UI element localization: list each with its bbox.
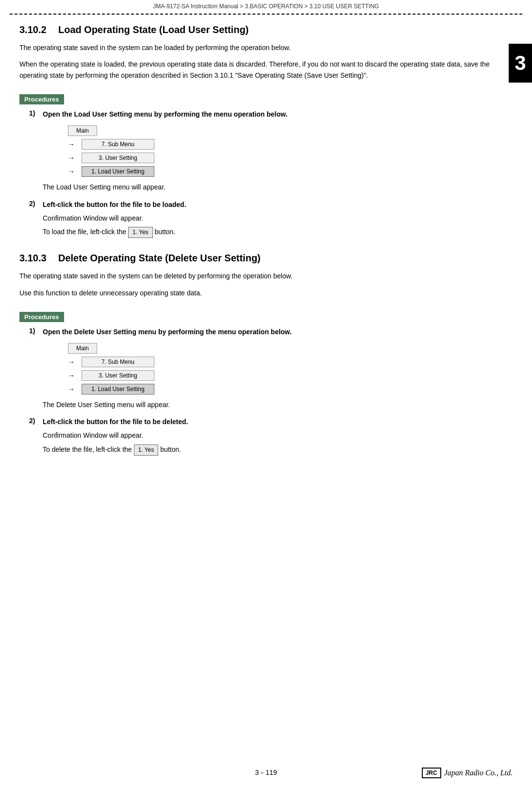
- section-3102-para2: When the operating state is loaded, the …: [19, 59, 503, 81]
- step-3103-2-number: 2): [29, 417, 43, 425]
- step-3102-2-header: 2) Left-click the button for the file to…: [29, 200, 503, 210]
- step-3103-2: 2) Left-click the button for the file to…: [29, 417, 503, 456]
- step-3102-1-after-text: The Load User Setting menu will appear.: [43, 182, 503, 192]
- step-3102-1: 1) Open the Load User Setting menu by pe…: [29, 109, 503, 192]
- section-3102-steps: 1) Open the Load User Setting menu by pe…: [29, 109, 503, 238]
- arrow-0: →: [68, 140, 78, 148]
- step-3103-2-body1: Confirmation Window will appear.: [43, 430, 503, 441]
- menu-3103-deleteusersetting: 1. Load User Setting: [82, 384, 154, 394]
- yes-button-3102[interactable]: 1. Yes: [128, 227, 153, 238]
- procedures-badge-2: Procedures: [19, 312, 64, 322]
- menu-item-submenu: 7. Sub Menu: [82, 139, 154, 150]
- procedures-badge-1: Procedures: [19, 94, 64, 104]
- section-3103-para1: The operating state saved in the system …: [19, 271, 503, 281]
- section-3103-para2: Use this function to delete unnecessary …: [19, 288, 503, 298]
- menu-row-0: → 7. Sub Menu: [68, 139, 503, 150]
- step-3102-1-number: 1): [29, 109, 43, 117]
- footer-logo: JRC Japan Radio Co., Ltd.: [422, 768, 513, 778]
- menu-nav-3103-1: Main → 7. Sub Menu → 3. User Setting → 1…: [68, 343, 503, 394]
- arrow-2: →: [68, 168, 78, 175]
- menu-row-3103-0: → 7. Sub Menu: [68, 357, 503, 367]
- menu-item-loadusersetting: 1. Load User Setting: [82, 166, 154, 177]
- menu-box-main: Main: [68, 125, 97, 136]
- footer-page: 3－119: [255, 769, 277, 777]
- menu-row-main: Main: [68, 125, 503, 136]
- step-3103-1-after-text: The Delete User Setting menu will appear…: [43, 399, 503, 410]
- section-3102-title: Load Operating State (Load User Setting): [58, 24, 249, 35]
- menu-item-usersetting: 3. User Setting: [82, 153, 154, 163]
- step-3102-1-title: Open the Load User Setting menu by perfo…: [43, 109, 287, 120]
- step-3102-2-title: Left-click the button for the file to be…: [43, 200, 186, 210]
- section-3103-heading: 3.10.3 Delete Operating State (Delete Us…: [19, 253, 503, 264]
- section-3103-steps: 1) Open the Delete User Setting menu by …: [29, 327, 503, 456]
- arrow-3103-0: →: [68, 358, 78, 366]
- footer-company: Japan Radio Co., Ltd.: [444, 769, 513, 777]
- step-3102-2: 2) Left-click the button for the file to…: [29, 200, 503, 239]
- menu-3103-submenu: 7. Sub Menu: [82, 357, 154, 367]
- menu-3103-usersetting: 3. User Setting: [82, 370, 154, 381]
- arrow-1: →: [68, 154, 78, 162]
- menu-row-2: → 1. Load User Setting: [68, 166, 503, 177]
- menu-row-1: → 3. User Setting: [68, 153, 503, 163]
- menu-row-3103-2: → 1. Load User Setting: [68, 384, 503, 394]
- menu-nav-3102-1: Main → 7. Sub Menu → 3. User Setting → 1…: [68, 125, 503, 177]
- footer: 3－119 JRC Japan Radio Co., Ltd.: [0, 769, 532, 777]
- breadcrumb: JMA-9172-SA Instruction Manual > 3.BASIC…: [0, 0, 532, 12]
- section-3103-number: 3.10.3: [19, 253, 58, 264]
- menu-row-main-2: Main: [68, 343, 503, 354]
- main-content: 3 3.10.2 Load Operating State (Load User…: [0, 15, 532, 472]
- step-3102-2-body2: To load the file, left-click the 1. Yes …: [43, 226, 503, 238]
- step-3102-1-header: 1) Open the Load User Setting menu by pe…: [29, 109, 503, 120]
- menu-row-3103-1: → 3. User Setting: [68, 370, 503, 381]
- step-3103-2-body2: To delete the file, left-click the 1. Ye…: [43, 444, 503, 456]
- arrow-3103-1: →: [68, 372, 78, 379]
- arrow-3103-2: →: [68, 385, 78, 393]
- section-3102-heading: 3.10.2 Load Operating State (Load User S…: [19, 24, 503, 35]
- section-3102-para1: The operating state saved in the system …: [19, 42, 503, 53]
- menu-box-main-2: Main: [68, 343, 97, 354]
- step-3103-2-header: 2) Left-click the button for the file to…: [29, 417, 503, 427]
- section-3102-number: 3.10.2: [19, 24, 58, 35]
- jrc-label: JRC: [422, 768, 441, 778]
- chapter-tab: 3: [509, 44, 532, 83]
- step-3103-1: 1) Open the Delete User Setting menu by …: [29, 327, 503, 410]
- yes-button-3103[interactable]: 1. Yes: [134, 445, 159, 456]
- step-3103-1-number: 1): [29, 327, 43, 335]
- step-3103-1-title: Open the Delete User Setting menu by per…: [43, 327, 292, 337]
- step-3102-2-number: 2): [29, 200, 43, 207]
- step-3103-1-header: 1) Open the Delete User Setting menu by …: [29, 327, 503, 337]
- step-3103-2-title: Left-click the button for the file to be…: [43, 417, 188, 427]
- section-3103-title: Delete Operating State (Delete User Sett…: [58, 253, 261, 264]
- step-3102-2-body1: Confirmation Window will appear.: [43, 213, 503, 223]
